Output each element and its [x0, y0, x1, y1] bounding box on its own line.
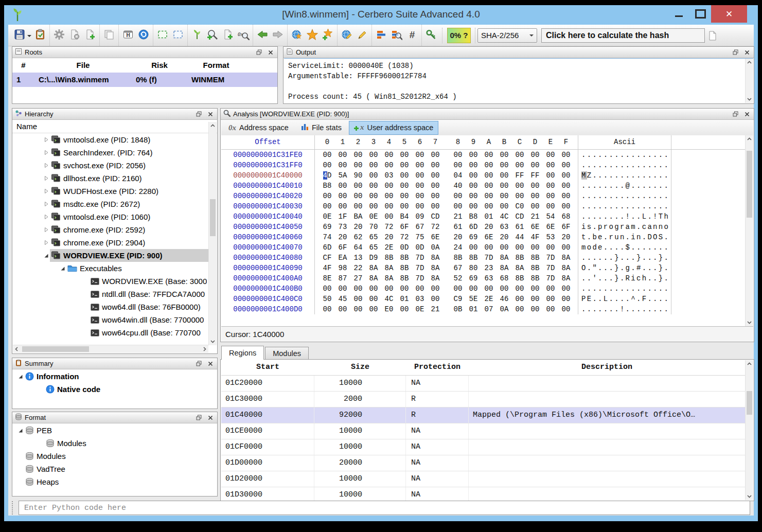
close-panel-icon[interactable] — [206, 360, 215, 367]
hex-row[interactable]: 0000000001C400B0000000000000000000000000… — [221, 283, 753, 294]
hex-bytes[interactable]: CFEA13D98B8B7D8A8B8B7D8A8B8B7D8A — [315, 253, 578, 263]
scroll-up-icon[interactable] — [746, 135, 753, 143]
hash-algo-select[interactable]: SHA-2/256 — [477, 28, 537, 43]
scrollbar-thumb[interactable] — [22, 346, 89, 352]
close-panel-icon[interactable] — [206, 110, 215, 118]
expand-arrow-icon[interactable] — [43, 188, 50, 194]
expand-arrow-icon[interactable] — [43, 214, 50, 220]
close-button[interactable]: ✕ — [711, 5, 747, 23]
close-panel-icon[interactable] — [206, 414, 215, 421]
scroll-down-icon[interactable] — [746, 318, 753, 326]
scroll-down-icon[interactable] — [746, 95, 753, 103]
roots-table-row[interactable]: 1C:\...\Win8.winmem0% (f)WINMEM — [12, 73, 277, 87]
hash-sign-button[interactable]: # — [404, 27, 420, 44]
regions-column-header[interactable]: Size — [314, 360, 406, 375]
hex-bytes[interactable]: 00000000000000000000000000000000 — [315, 191, 578, 201]
hex-view[interactable]: Offset0123456789ABCDEFAscii0000000001C31… — [221, 135, 753, 326]
scroll-up-icon[interactable] — [746, 59, 753, 66]
regions-column-header[interactable]: Start — [221, 360, 314, 375]
expand-arrow-icon[interactable] — [43, 163, 50, 168]
hex-ascii[interactable]: O."...}.g.#...}. — [578, 263, 671, 273]
scroll-down-icon[interactable] — [209, 338, 217, 345]
hierarchy-item[interactable]: Executables — [13, 262, 209, 275]
drag-handle-icon[interactable] — [12, 501, 17, 515]
hex-ascii[interactable]: ................ — [578, 283, 671, 294]
regions-table-row[interactable]: 01CF000010000NA — [221, 439, 745, 455]
collapse-arrow-icon[interactable] — [17, 374, 24, 379]
minimize-button[interactable] — [668, 5, 689, 23]
hierarchy-item[interactable]: vmtoolsd.exe (PID: 1060) — [13, 210, 209, 223]
refresh-button[interactable] — [136, 27, 151, 44]
regions-column-header[interactable]: Protection — [406, 360, 469, 375]
float-panel-icon[interactable] — [194, 110, 203, 118]
hex-bytes[interactable]: 8E87278A8A8B7D8A526963688B8B7D8A — [315, 273, 578, 283]
hex-ascii[interactable]: ........@....... — [578, 181, 671, 191]
hierarchy-item[interactable]: WUDFHost.exe (PID: 2280) — [13, 185, 209, 198]
hex-editor-button[interactable]: H — [120, 27, 136, 44]
hex-row[interactable]: 0000000001C40030000000000000000000000000… — [221, 201, 753, 211]
format-item[interactable]: Modules — [13, 437, 217, 450]
hierarchy-item[interactable]: wow64win.dll (Base: 7700000 — [13, 313, 209, 326]
hex-ascii[interactable]: ..'...}.Rich..}. — [578, 273, 671, 283]
hex-bytes[interactable]: 00000000000000000000000000000000 — [315, 283, 578, 294]
hex-row[interactable]: 0000000001C400706D6F64652E0D0D0A24000000… — [221, 242, 753, 253]
float-panel-icon[interactable] — [731, 48, 740, 56]
scrollbar-thumb[interactable] — [747, 391, 752, 415]
hex-row[interactable]: 0000000001C400400E1FBA0E00B409CD21B8014C… — [221, 211, 753, 222]
scrollbar-thumb[interactable] — [747, 151, 752, 218]
float-panel-icon[interactable] — [194, 414, 203, 421]
scroll-left-icon[interactable] — [13, 345, 21, 353]
scroll-right-icon[interactable] — [201, 345, 208, 353]
hex-search-button[interactable]: 0x — [236, 27, 251, 44]
regions-table-row[interactable]: 01D3000010000NA — [221, 487, 745, 501]
format-item[interactable]: PEB — [13, 424, 217, 437]
hex-bytes[interactable]: 4F98228A8A8B7D8A6780238A8A8B7D8A — [315, 263, 578, 273]
collapse-arrow-icon[interactable] — [17, 428, 24, 433]
hex-ascii[interactable]: ................ — [578, 201, 671, 211]
star-add-button[interactable] — [320, 27, 335, 44]
hex-row[interactable]: 0000000001C4005069732070726F6772616D2063… — [221, 222, 753, 232]
plant-filter-button[interactable] — [189, 27, 205, 44]
expand-arrow-icon[interactable] — [43, 240, 50, 245]
hex-row[interactable]: 0000000001C400904F98228A8A8B7D8A6780238A… — [221, 263, 753, 273]
close-panel-icon[interactable] — [742, 48, 751, 56]
collapse-arrow-icon[interactable] — [43, 253, 50, 258]
hex-row[interactable]: 0000000001C400004D5A90000300000004000000… — [221, 170, 753, 181]
hierarchy-item[interactable]: wow64cpu.dll (Base: 770700 — [13, 326, 209, 339]
hex-bytes[interactable]: 00000000E0000E210B01070A00000000 — [315, 304, 578, 314]
hex-bytes[interactable]: 0E1FBA0E00B409CD21B8014CCD215468 — [315, 211, 578, 222]
hex-bytes[interactable]: B8000000000000004000000000000000 — [315, 181, 578, 191]
copy-hash-button[interactable] — [705, 27, 720, 44]
save-dropdown-icon[interactable] — [27, 35, 31, 39]
page-add-button[interactable] — [220, 27, 236, 44]
hex-ascii[interactable]: ................ — [578, 160, 671, 170]
hierarchy-vscrollbar[interactable] — [208, 122, 217, 345]
hierarchy-item[interactable]: ntdll.dll (Base: 7FFDCA7A000 — [13, 288, 209, 300]
regions-column-header[interactable]: Description — [469, 360, 745, 375]
roots-column-header[interactable]: File — [34, 58, 132, 73]
hierarchy-item[interactable]: vmtoolsd.exe (PID: 1848) — [13, 133, 209, 146]
regions-table-row[interactable]: 01D0000020000NA — [221, 455, 745, 471]
hex-row[interactable]: 0000000001C40010B80000000000000040000000… — [221, 181, 753, 191]
hierarchy-item[interactable]: SearchIndexer. (PID: 764) — [13, 146, 209, 159]
hierarchy-item[interactable]: chrome.exe (PID: 2904) — [13, 236, 209, 249]
forward-button[interactable] — [270, 27, 286, 44]
hex-bytes[interactable]: 6D6F64652E0D0D0A2400000000000000 — [315, 242, 578, 253]
hierarchy-item[interactable]: WORDVIEW.EXE (Base: 3000 — [13, 275, 209, 288]
web-edit-button[interactable] — [339, 27, 355, 44]
hex-row[interactable]: 0000000001C400D000000000E0000E210B01070A… — [221, 304, 753, 314]
paste-clipboard-button[interactable] — [32, 27, 48, 44]
hex-ascii[interactable]: .......!........ — [578, 304, 671, 314]
copy-pages-button[interactable] — [101, 27, 117, 44]
hierarchy-item[interactable]: wow64.dll (Base: 76FB0000) — [13, 300, 209, 313]
save-button[interactable] — [12, 27, 27, 44]
hierarchy-item[interactable]: chrome.exe (PID: 2592) — [13, 223, 209, 236]
float-panel-icon[interactable] — [194, 360, 203, 367]
pencil-button[interactable] — [355, 27, 370, 44]
risk-score-button[interactable]: 0% ? — [447, 28, 471, 43]
hex-row[interactable]: 0000000001C31FE0000000000000000000000000… — [221, 150, 753, 160]
expand-arrow-icon[interactable] — [43, 201, 50, 207]
file-scan-button[interactable] — [67, 27, 82, 44]
hex-row[interactable]: 0000000001C31FF0000000000000000000000000… — [221, 160, 753, 170]
maximize-button[interactable] — [689, 5, 711, 23]
